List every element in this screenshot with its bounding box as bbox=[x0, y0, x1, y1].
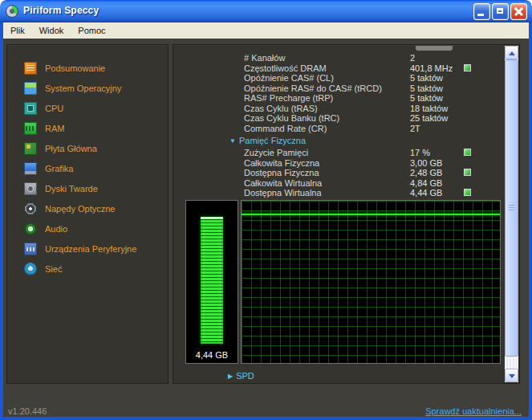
table-row: Czas Cyklu Banku (tRC) 25 taktów bbox=[173, 113, 502, 124]
cpu-icon bbox=[24, 102, 37, 115]
table-row: Całkowita Fizyczna 3,00 GB bbox=[173, 158, 502, 169]
sidebar-item-plyta-glowna[interactable]: Płyta Główna bbox=[7, 138, 168, 158]
table-row: Opóźnienie RAS# do CAS# (tRCD) 5 taktów bbox=[173, 84, 502, 94]
sidebar-item-label: Podsumowanie bbox=[45, 63, 105, 73]
sidebar-item-label: Grafika bbox=[45, 164, 73, 173]
row-value: 4,44 GB bbox=[410, 188, 442, 198]
os-icon bbox=[24, 82, 37, 95]
row-value: 3,00 GB bbox=[410, 158, 442, 168]
sidebar-item-siec[interactable]: Sieć bbox=[7, 259, 168, 279]
vertical-scrollbar[interactable] bbox=[505, 46, 518, 382]
sidebar-item-napedy-optyczne[interactable]: Napędy Optyczne bbox=[7, 198, 168, 218]
sidebar-item-podsumowanie[interactable]: Podsumowanie bbox=[7, 58, 168, 78]
row-value: 401,8 MHz bbox=[410, 63, 453, 73]
sidebar-item-label: Urządzenia Peryferyjne bbox=[45, 244, 136, 254]
app-window: Piriform Speccy Plik Widok Pomoc Podsumo… bbox=[0, 0, 532, 420]
chevron-right-icon: ▶ bbox=[228, 373, 233, 380]
menu-plik[interactable]: Plik bbox=[3, 23, 32, 38]
status-indicator bbox=[464, 149, 471, 156]
table-row: Command Rate (CR) 2T bbox=[173, 124, 502, 134]
table-row: Opóźnienie CAS# (CL) 5 taktów bbox=[173, 73, 502, 84]
row-label: Zużycie Pamięci bbox=[244, 148, 308, 157]
sidebar-item-grafika[interactable]: Grafika bbox=[7, 158, 168, 178]
row-value: 4,84 GB bbox=[410, 178, 442, 188]
minimize-button[interactable] bbox=[473, 3, 490, 20]
scrollbar-thumb[interactable] bbox=[505, 59, 518, 357]
clipped-scrolled-row bbox=[416, 46, 453, 51]
row-value: 17 % bbox=[410, 148, 430, 157]
titlebar: Piriform Speccy bbox=[0, 0, 532, 22]
sidebar-item-cpu[interactable]: CPU bbox=[7, 98, 168, 118]
row-label: Dostępna Wirtualna bbox=[244, 188, 322, 198]
optical-drive-icon bbox=[24, 202, 37, 215]
menubar: Plik Widok Pomoc bbox=[3, 22, 529, 39]
table-row: Dostępna Fizyczna 2,48 GB bbox=[173, 168, 502, 178]
ram-icon bbox=[24, 122, 37, 135]
memory-graph-area: 4,44 GB bbox=[185, 200, 501, 364]
row-value: 2,48 GB bbox=[410, 168, 442, 177]
sidebar-item-label: Audio bbox=[45, 224, 67, 234]
section-pamiec-fizyczna[interactable]: ▼Pamięć Fizyczna bbox=[229, 136, 306, 145]
gauge-bar bbox=[201, 206, 223, 344]
scroll-up-button[interactable] bbox=[505, 46, 518, 59]
row-label: Całkowita Wirtualna bbox=[244, 178, 322, 188]
status-indicator bbox=[464, 64, 471, 71]
menu-pomoc[interactable]: Pomoc bbox=[71, 23, 112, 38]
sidebar-item-label: Płyta Główna bbox=[45, 144, 97, 153]
row-label: # Kanałów bbox=[244, 53, 285, 63]
physical-memory-rows: Zużycie Pamięci 17 % Całkowita Fizyczna … bbox=[173, 148, 502, 198]
network-icon bbox=[24, 263, 37, 275]
sidebar-item-urzadzenia-peryferyjne[interactable]: Urządzenia Peryferyjne bbox=[7, 239, 168, 259]
sidebar-item-system-operacyjny[interactable]: System Operacyjny bbox=[7, 78, 168, 98]
maximize-button[interactable] bbox=[492, 3, 509, 20]
version-label: v1.20.446 bbox=[8, 406, 47, 416]
table-row: # Kanałów 2 bbox=[173, 53, 502, 63]
section-header-label: Pamięć Fizyczna bbox=[239, 136, 306, 145]
graph-line bbox=[242, 214, 500, 215]
chevron-down-icon: ▼ bbox=[229, 137, 236, 145]
row-value: 5 taktów bbox=[410, 84, 443, 93]
ram-detail-panel: # Kanałów 2 Częstotliwość DRAM 401,8 MHz… bbox=[173, 44, 520, 384]
row-label: Opóźnienie RAS# do CAS# (tRCD) bbox=[244, 84, 382, 93]
memory-gauge: 4,44 GB bbox=[185, 200, 238, 364]
row-value: 5 taktów bbox=[410, 93, 443, 103]
row-value: 25 taktów bbox=[410, 113, 448, 123]
table-row: Czas Cyklu (tRAS) 18 taktów bbox=[173, 104, 502, 114]
summary-icon bbox=[24, 62, 37, 75]
arrow-down-icon bbox=[509, 374, 515, 378]
row-value: 5 taktów bbox=[410, 73, 443, 83]
row-label: Command Rate (CR) bbox=[244, 124, 327, 133]
row-label: Czas Cyklu Banku (tRC) bbox=[244, 113, 339, 123]
row-label: Częstotliwość DRAM bbox=[244, 63, 327, 73]
memory-history-graph bbox=[241, 200, 501, 364]
sidebar-item-dyski-twarde[interactable]: Dyski Twarde bbox=[7, 178, 168, 198]
graphics-icon bbox=[24, 162, 37, 175]
sidebar-item-label: Napędy Optyczne bbox=[45, 204, 115, 214]
row-label: Opóźnienie CAS# (CL) bbox=[244, 73, 334, 83]
arrow-up-icon bbox=[509, 51, 515, 55]
window-title: Piriform Speccy bbox=[23, 5, 99, 16]
sidebar-item-label: Dyski Twarde bbox=[45, 184, 98, 194]
sidebar-item-label: Sieć bbox=[45, 264, 62, 274]
section-header-label: SPD bbox=[236, 371, 254, 381]
sidebar-item-ram[interactable]: RAM bbox=[7, 118, 168, 138]
window-controls bbox=[473, 3, 527, 20]
close-button[interactable] bbox=[510, 3, 527, 20]
gauge-bar-fill bbox=[201, 217, 223, 344]
row-value: 2 bbox=[410, 53, 415, 63]
gauge-value-label: 4,44 GB bbox=[186, 350, 238, 360]
scroll-down-button[interactable] bbox=[505, 369, 518, 382]
check-updates-link[interactable]: Sprawdź uaktualnienia... bbox=[425, 406, 522, 416]
section-spd[interactable]: ▶SPD bbox=[228, 371, 254, 381]
status-indicator bbox=[464, 169, 471, 176]
sidebar-item-audio[interactable]: Audio bbox=[7, 218, 168, 239]
sidebar: Podsumowanie System Operacyjny CPU RAM bbox=[6, 44, 169, 384]
row-label: RAS# Precharge (tRP) bbox=[244, 93, 333, 103]
peripherals-icon bbox=[24, 243, 37, 255]
motherboard-icon bbox=[24, 142, 37, 155]
sidebar-item-label: RAM bbox=[45, 124, 64, 133]
menu-widok[interactable]: Widok bbox=[32, 23, 71, 38]
table-row: Całkowita Wirtualna 4,84 GB bbox=[173, 178, 502, 189]
row-value: 18 taktów bbox=[410, 104, 448, 113]
row-value: 2T bbox=[410, 124, 420, 133]
